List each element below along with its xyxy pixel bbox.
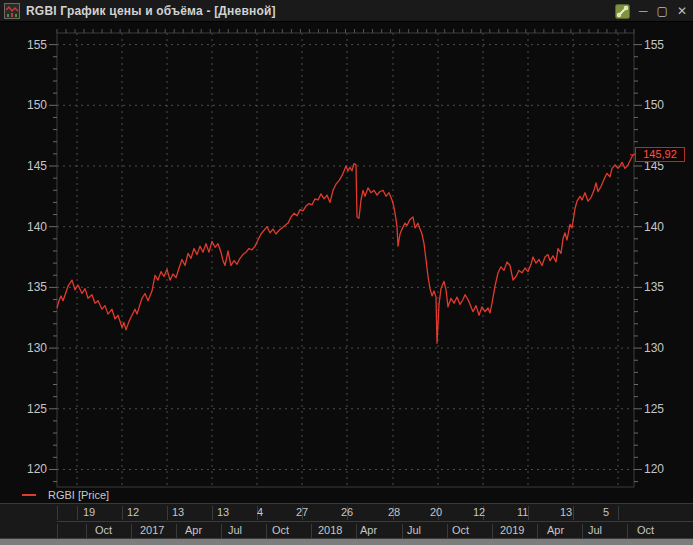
y-axis-label-left: 155 — [27, 38, 47, 52]
x-axis-day-label: 26 — [341, 504, 353, 522]
footer-cell-separator — [122, 506, 123, 520]
footer-cell-separator — [86, 524, 87, 538]
close-button[interactable]: ✕ — [677, 0, 687, 22]
x-axis-month-row: Oct2017AprJulOct2018AprJulOct2019AprJulO… — [57, 522, 693, 540]
x-axis-month-label: Oct — [272, 522, 289, 540]
chart-window: RGBI График цены и объёма - [Дневной] ─ … — [0, 0, 693, 545]
minimize-button[interactable]: ─ — [639, 0, 648, 22]
y-axis-label-right: 125 — [644, 402, 664, 416]
x-axis-footer: 191213134272628201211135 Oct2017AprJulOc… — [0, 503, 693, 539]
footer-cell-separator — [492, 524, 493, 538]
footer-cell-separator — [311, 524, 312, 538]
footer-cell-separator — [176, 524, 177, 538]
link-icon[interactable] — [615, 4, 630, 19]
footer-cell-separator — [582, 524, 583, 538]
y-axis-label-right: 130 — [644, 341, 664, 355]
legend: RGBI [Price] — [22, 486, 109, 504]
x-axis-month-label: Oct — [637, 522, 654, 540]
x-axis-day-label: 11 — [517, 504, 528, 522]
x-axis-month-label: 2017 — [140, 522, 164, 540]
y-axis-label-right: 150 — [644, 98, 664, 112]
y-axis-label-right: 155 — [644, 38, 664, 52]
legend-series-label: RGBI [Price] — [48, 489, 109, 501]
plot-border — [57, 33, 634, 487]
x-axis-day-label: 13 — [217, 504, 229, 522]
window-controls: ─ ▢ ✕ — [615, 0, 687, 22]
y-axis-label-left: 135 — [27, 280, 47, 294]
x-axis-month-label: Jul — [588, 522, 602, 540]
x-axis-day-label: 19 — [83, 504, 95, 522]
footer-cell-separator — [266, 524, 267, 538]
x-axis-day-label: 5 — [603, 504, 609, 522]
y-axis-label-left: 150 — [27, 98, 47, 112]
footer-cell-separator — [212, 506, 213, 520]
x-axis-month-label: Jul — [228, 522, 242, 540]
last-price-tag: 145,92 — [635, 147, 685, 162]
footer-cell-separator — [627, 524, 628, 538]
footer-cell-separator — [167, 506, 168, 520]
y-axis-label-left: 120 — [27, 462, 47, 476]
x-axis-day-label: 12 — [473, 504, 485, 522]
series-color-line-icon — [22, 494, 36, 496]
chart-area[interactable]: 1551551501501451451401401351351301301251… — [0, 22, 693, 545]
footer-cell-separator — [356, 524, 357, 538]
y-axis-label-right: 120 — [644, 462, 664, 476]
x-axis-day-row: 191213134272628201211135 — [57, 504, 693, 522]
x-axis-day-label: 12 — [127, 504, 139, 522]
price-chart-svg: 1551551501501451451401401351351301301251… — [0, 22, 693, 545]
maximize-button[interactable]: ▢ — [657, 0, 668, 22]
title-bar: RGBI График цены и объёма - [Дневной] ─ … — [0, 0, 693, 22]
y-axis-label-right: 135 — [644, 280, 664, 294]
footer-cell-separator — [77, 506, 78, 520]
footer-cell-separator — [618, 506, 619, 520]
chart-app-icon — [4, 3, 20, 19]
y-axis-label-left: 140 — [27, 220, 47, 234]
x-axis-month-label: Apr — [360, 522, 377, 540]
y-axis-label-left: 125 — [27, 402, 47, 416]
x-axis-month-label: Apr — [547, 522, 564, 540]
footer-cell-separator — [402, 524, 403, 538]
footer-cell-separator — [57, 506, 58, 520]
footer-cell-separator — [57, 524, 58, 538]
x-axis-day-label: 20 — [430, 504, 442, 522]
footer-cell-separator — [131, 524, 132, 538]
footer-cell-separator — [573, 506, 574, 520]
footer-cell-separator — [447, 524, 448, 538]
price-line-series — [57, 155, 633, 343]
x-axis-month-label: 2018 — [318, 522, 342, 540]
window-title: RGBI График цены и объёма - [Дневной] — [26, 4, 276, 18]
x-axis-day-label: 28 — [388, 504, 400, 522]
x-axis-day-label: 4 — [257, 504, 263, 522]
x-axis-day-label: 13 — [172, 504, 184, 522]
x-axis-month-label: 2019 — [500, 522, 524, 540]
footer-cell-separator — [221, 524, 222, 538]
y-axis-label-right: 140 — [644, 220, 664, 234]
x-axis-month-label: Oct — [95, 522, 112, 540]
x-axis-day-label: 27 — [296, 504, 308, 522]
x-axis-month-label: Oct — [452, 522, 469, 540]
x-axis-month-label: Jul — [407, 522, 421, 540]
x-axis-day-label: 13 — [560, 504, 572, 522]
y-axis-label-left: 145 — [27, 159, 47, 173]
y-axis-label-left: 130 — [27, 341, 47, 355]
window-bottom-edge — [0, 539, 693, 545]
footer-cell-separator — [537, 524, 538, 538]
x-axis-month-label: Apr — [185, 522, 202, 540]
